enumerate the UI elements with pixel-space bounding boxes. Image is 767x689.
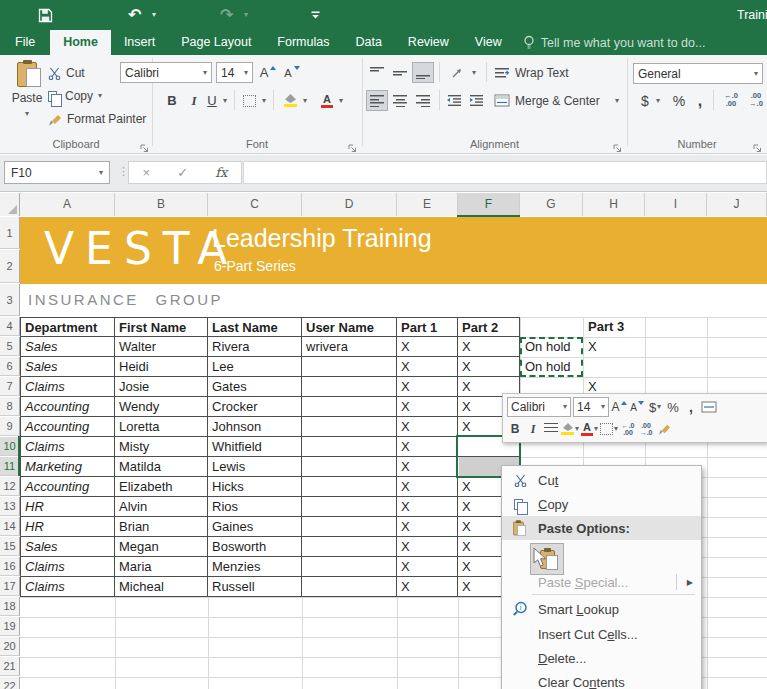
tab-page-layout[interactable]: Page Layout <box>168 30 264 55</box>
cell-D17[interactable] <box>302 577 397 597</box>
row-header-15[interactable]: 15 <box>0 537 20 556</box>
row-header-1[interactable]: 1 <box>0 217 20 249</box>
mini-borders-button[interactable]: ▾ <box>600 419 618 439</box>
cell-A8[interactable]: Accounting <box>20 397 115 417</box>
row-header-4[interactable]: 4 <box>0 317 20 336</box>
column-header-A[interactable]: A <box>20 193 115 216</box>
cell-E5[interactable]: X <box>397 337 458 357</box>
mini-currency-button[interactable]: $▾ <box>647 397 663 417</box>
table-header-first-name[interactable]: First Name <box>115 317 208 337</box>
tab-view[interactable]: View <box>462 30 515 55</box>
context-menu-smart-lookup[interactable]: i Smart Lookup <box>502 597 701 621</box>
top-align-button[interactable] <box>366 62 388 83</box>
cell-B5[interactable]: Walter <box>115 337 208 357</box>
fill-color-button[interactable] <box>280 90 300 111</box>
mini-align-button[interactable] <box>543 419 559 439</box>
cell-D10[interactable] <box>302 437 397 457</box>
font-name-select[interactable]: Calibri ▾ <box>120 62 212 83</box>
cell-D15[interactable] <box>302 537 397 557</box>
cell-B12[interactable]: Elizabeth <box>115 477 208 497</box>
mini-font-size-select[interactable]: 14▾ <box>573 397 609 417</box>
cell-D6[interactable] <box>302 357 397 377</box>
mini-increase-decimal-button[interactable]: ←.0.00 <box>620 419 636 439</box>
borders-button[interactable] <box>240 90 258 111</box>
cell-C9[interactable]: Johnson <box>208 417 302 437</box>
cut-button[interactable]: Cut <box>48 63 85 83</box>
bottom-align-button[interactable] <box>412 62 434 83</box>
redo-button[interactable]: ↷ <box>220 6 233 24</box>
cell-B13[interactable]: Alvin <box>115 497 208 517</box>
middle-align-button[interactable] <box>389 62 411 83</box>
cell-C6[interactable]: Lee <box>208 357 302 377</box>
mini-comma-button[interactable]: , <box>683 397 699 417</box>
mini-grow-font-button[interactable]: A <box>611 397 627 417</box>
merge-center-dropdown[interactable]: ▾ <box>612 90 622 111</box>
font-color-dropdown[interactable]: ▾ <box>336 90 346 111</box>
context-menu-insert-cut-cells[interactable]: Insert Cut Cells... <box>502 622 701 646</box>
row-header-11[interactable]: 11 <box>0 457 20 476</box>
context-menu-clear-contents[interactable]: Clear Contents <box>502 670 701 689</box>
increase-decimal-button[interactable]: ←.0 .00 <box>720 92 742 108</box>
mini-font-name-select[interactable]: Calibri▾ <box>507 397 571 417</box>
row-header-2[interactable]: 2 <box>0 250 20 283</box>
save-button[interactable] <box>38 6 53 24</box>
cell-F6[interactable]: X <box>458 357 520 377</box>
mini-format-painter-button[interactable] <box>656 419 672 439</box>
column-header-G[interactable]: G <box>520 193 583 216</box>
clipboard-dialog-launcher[interactable] <box>140 139 150 149</box>
cell-E7[interactable]: X <box>397 377 458 397</box>
orientation-button[interactable] <box>445 62 469 83</box>
tab-formulas[interactable]: Formulas <box>264 30 342 55</box>
row-header-7[interactable]: 7 <box>0 377 20 396</box>
cell-H4[interactable]: Part 3 <box>584 317 644 337</box>
column-header-D[interactable]: D <box>302 193 397 216</box>
align-left-button[interactable] <box>366 90 388 111</box>
row-header-14[interactable]: 14 <box>0 517 20 536</box>
cell-C5[interactable]: Rivera <box>208 337 302 357</box>
row-header-22[interactable]: 22 <box>0 677 20 689</box>
wrap-text-button[interactable]: Wrap Text <box>494 62 594 83</box>
column-header-C[interactable]: C <box>208 193 302 216</box>
cell-H5[interactable]: X <box>584 337 644 357</box>
copy-button[interactable]: Copy ▾ <box>48 86 102 106</box>
merge-center-button[interactable]: Merge & Center <box>494 90 612 111</box>
cell-D16[interactable] <box>302 557 397 577</box>
cell-C12[interactable]: Hicks <box>208 477 302 497</box>
row-header-9[interactable]: 9 <box>0 417 20 436</box>
mini-font-color-button[interactable]: A ▾ <box>581 419 598 439</box>
format-painter-button[interactable]: Format Painter <box>48 109 146 129</box>
cell-D12[interactable] <box>302 477 397 497</box>
borders-dropdown[interactable]: ▾ <box>259 90 269 111</box>
cell-B16[interactable]: Maria <box>115 557 208 577</box>
cell-B15[interactable]: Megan <box>115 537 208 557</box>
cell-D5[interactable]: wrivera <box>302 337 397 357</box>
row-header-18[interactable]: 18 <box>0 597 20 616</box>
mini-merge-center-button[interactable] <box>701 397 717 417</box>
fill-color-dropdown[interactable]: ▾ <box>300 90 310 111</box>
cell-E10[interactable]: X <box>397 437 458 457</box>
redo-dropdown[interactable]: ▾ <box>244 6 248 24</box>
cell-A9[interactable]: Accounting <box>20 417 115 437</box>
font-color-button[interactable]: A <box>318 90 336 111</box>
cell-E9[interactable]: X <box>397 417 458 437</box>
bold-button[interactable]: B <box>163 90 181 111</box>
cell-B11[interactable]: Matilda <box>115 457 208 477</box>
cell-B10[interactable]: Misty <box>115 437 208 457</box>
cell-E17[interactable]: X <box>397 577 458 597</box>
cell-C16[interactable]: Menzies <box>208 557 302 577</box>
context-menu-cut[interactable]: Cut <box>502 468 701 492</box>
customize-quick-access-button[interactable] <box>310 6 321 24</box>
row-header-16[interactable]: 16 <box>0 557 20 576</box>
percent-style-button[interactable]: % <box>669 90 689 111</box>
cell-C17[interactable]: Russell <box>208 577 302 597</box>
cell-A7[interactable]: Claims <box>20 377 115 397</box>
font-size-select[interactable]: 14 ▾ <box>216 62 253 83</box>
mini-bold-button[interactable]: B <box>507 419 523 439</box>
currency-format-dropdown[interactable]: ▾ <box>653 90 663 111</box>
table-header-user-name[interactable]: User Name <box>302 317 397 337</box>
column-header-I[interactable]: I <box>645 193 707 216</box>
cell-C7[interactable]: Gates <box>208 377 302 397</box>
row-header-10[interactable]: 10 <box>0 437 20 456</box>
cell-C13[interactable]: Rios <box>208 497 302 517</box>
cell-D8[interactable] <box>302 397 397 417</box>
